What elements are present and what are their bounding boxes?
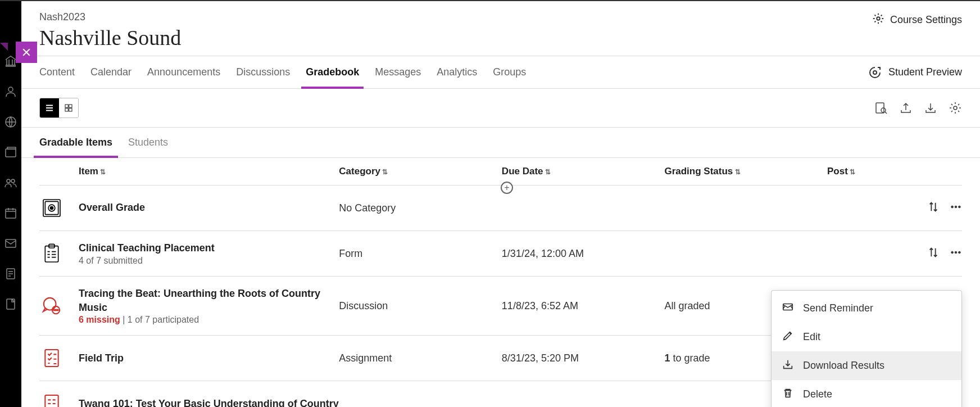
svg-point-29 — [955, 251, 957, 254]
sub-tab-students[interactable]: Students — [128, 128, 168, 157]
item-category: Discussion — [339, 300, 502, 312]
menu-item-label: Send Reminder — [803, 302, 873, 314]
svg-rect-7 — [6, 239, 16, 247]
download-icon — [782, 358, 794, 373]
item-category: Form — [339, 248, 502, 260]
svg-point-35 — [57, 310, 58, 311]
svg-point-11 — [873, 71, 877, 74]
tools-icon[interactable] — [4, 297, 17, 311]
calendar-icon[interactable] — [4, 206, 17, 220]
menu-item-download-results[interactable]: Download Results — [772, 351, 961, 380]
svg-rect-13 — [69, 105, 72, 107]
courses-icon[interactable] — [4, 146, 17, 159]
list-view-button[interactable] — [40, 98, 59, 117]
svg-rect-15 — [69, 108, 72, 111]
student-preview-button[interactable]: Student Preview — [868, 66, 962, 79]
search-gradebook-icon[interactable] — [874, 101, 888, 115]
nav-tab-calendar[interactable]: Calendar — [90, 56, 131, 88]
messages-icon[interactable] — [4, 237, 17, 250]
gear-icon — [872, 12, 884, 27]
item-category: Assignment — [339, 352, 502, 364]
menu-item-edit[interactable]: Edit — [772, 323, 961, 351]
student-preview-label: Student Preview — [888, 66, 962, 78]
item-due-date: 1/31/24, 12:00 AM — [502, 248, 665, 260]
svg-point-33 — [53, 310, 55, 311]
svg-rect-37 — [45, 395, 58, 407]
item-due-date: 11/8/23, 6:52 AM — [502, 300, 665, 312]
menu-item-send-reminder[interactable]: Send Reminder — [772, 294, 961, 323]
overall-icon — [39, 196, 64, 220]
upload-icon[interactable] — [899, 101, 913, 115]
course-code: Nash2023 — [39, 11, 181, 23]
reorder-icon[interactable] — [927, 246, 940, 261]
discussion-icon — [39, 293, 64, 318]
svg-point-22 — [51, 207, 53, 210]
gradebook-settings-icon[interactable] — [949, 101, 962, 115]
svg-point-5 — [11, 179, 15, 183]
nav-tab-gradebook[interactable]: Gradebook — [306, 56, 359, 88]
nav-tab-groups[interactable]: Groups — [493, 56, 526, 88]
item-due-date: 8/31/23, 5:20 PM — [502, 352, 665, 364]
nav-tab-analytics[interactable]: Analytics — [437, 56, 477, 88]
svg-rect-3 — [7, 147, 16, 149]
reorder-icon[interactable] — [927, 201, 940, 215]
menu-item-label: Download Results — [803, 360, 884, 372]
nav-tab-content[interactable]: Content — [39, 56, 75, 88]
trash-icon — [782, 387, 794, 402]
close-panel-button[interactable] — [16, 42, 37, 63]
course-title: Nashville Sound — [39, 25, 181, 50]
row-context-menu: Send ReminderEditDownload ResultsDelete — [771, 290, 962, 407]
sub-tab-gradable-items[interactable]: Gradable Items — [39, 128, 112, 157]
item-subtitle: 6 missing | 1 of 7 participated — [79, 315, 339, 325]
nav-tab-announcements[interactable]: Announcements — [147, 56, 220, 88]
column-header-due[interactable]: Due Date — [502, 166, 665, 177]
svg-point-34 — [56, 310, 57, 311]
menu-item-label: Delete — [803, 388, 832, 400]
column-header-category[interactable]: Category — [339, 166, 502, 177]
item-subtitle: 4 of 7 submitted — [79, 256, 339, 266]
profile-icon[interactable] — [4, 85, 17, 98]
course-settings-button[interactable]: Course Settings — [872, 11, 962, 27]
globe-icon[interactable] — [4, 115, 17, 129]
svg-rect-14 — [65, 108, 68, 111]
item-title-link[interactable]: Clinical Teaching Placement — [79, 241, 339, 255]
grades-icon[interactable] — [4, 267, 17, 281]
form-icon — [39, 241, 64, 266]
nav-tab-discussions[interactable]: Discussions — [236, 56, 290, 88]
item-title-link[interactable]: Field Trip — [79, 351, 339, 365]
svg-rect-26 — [45, 246, 58, 262]
item-category: No Category — [339, 202, 502, 214]
svg-point-24 — [955, 206, 957, 208]
svg-point-0 — [8, 87, 13, 92]
svg-rect-2 — [6, 149, 16, 157]
column-header-post[interactable]: Post — [827, 166, 906, 177]
item-title-link[interactable]: Overall Grade — [79, 201, 339, 215]
more-options-icon[interactable] — [950, 201, 962, 215]
svg-rect-6 — [6, 209, 16, 218]
view-switch — [39, 98, 79, 118]
svg-point-28 — [951, 251, 954, 254]
course-settings-label: Course Settings — [890, 14, 962, 26]
assignment-icon — [39, 346, 64, 370]
svg-point-17 — [881, 108, 886, 112]
svg-point-25 — [959, 206, 961, 208]
nav-tab-messages[interactable]: Messages — [375, 56, 421, 88]
menu-item-delete[interactable]: Delete — [772, 380, 961, 407]
svg-point-4 — [7, 179, 10, 183]
groups-icon[interactable] — [4, 176, 17, 189]
item-title-link[interactable]: Tracing the Beat: Unearthing the Roots o… — [79, 287, 339, 315]
column-header-item[interactable]: Item — [79, 166, 339, 177]
svg-point-18 — [954, 106, 957, 110]
pencil-icon — [782, 329, 794, 345]
item-title-link[interactable]: Twang 101: Test Your Basic Understanding… — [79, 397, 339, 407]
institution-icon[interactable] — [4, 55, 17, 68]
column-header-status[interactable]: Grading Status — [664, 166, 827, 177]
add-item-button[interactable]: + — [501, 182, 513, 194]
download-icon[interactable] — [924, 101, 937, 115]
svg-point-30 — [959, 251, 961, 254]
more-options-icon[interactable] — [950, 246, 962, 261]
mail-icon — [782, 301, 794, 316]
grid-view-button[interactable] — [59, 98, 78, 117]
table-row: Clinical Teaching Placement4 of 7 submit… — [39, 231, 962, 277]
table-row: Overall GradeNo Category — [39, 186, 962, 231]
